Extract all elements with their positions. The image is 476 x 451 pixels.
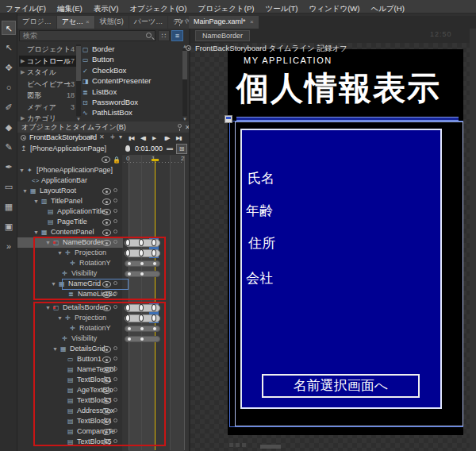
timeline-zoom-fit-icon[interactable]: ⊞ bbox=[176, 144, 187, 154]
category-メディア[interactable]: メディア3 bbox=[19, 102, 76, 114]
close-storyboard-icon[interactable]: ⊗ bbox=[89, 133, 94, 142]
lock-dot-icon[interactable] bbox=[113, 209, 117, 213]
tree-row-TitlePanel[interactable]: ▼▥TitlePanel bbox=[17, 196, 190, 206]
more-tools[interactable]: » bbox=[2, 239, 16, 253]
tree-row-PageTitle[interactable]: ▤PageTitle bbox=[17, 217, 190, 227]
menu-item-ツール(T)[interactable]: ツール(T) bbox=[259, 2, 303, 15]
category-スタイル[interactable]: ▶スタイル bbox=[19, 67, 76, 79]
lock-dot-icon[interactable] bbox=[113, 188, 117, 192]
asset-item-PathListBox[interactable]: ∿PathListBox bbox=[83, 107, 182, 118]
artboard-control[interactable] bbox=[236, 443, 240, 447]
field-label-年齢[interactable]: 年齢 bbox=[246, 202, 273, 220]
go-first-icon[interactable]: ▮◀ bbox=[129, 133, 134, 143]
menu-item-プロジェクト(P)[interactable]: プロジェクト(P) bbox=[192, 2, 259, 15]
go-last-icon[interactable]: ▶▮ bbox=[176, 133, 182, 143]
category-label: ビヘイビアー bbox=[27, 80, 71, 88]
tab-状態(S)[interactable]: 状態(S) bbox=[95, 16, 129, 29]
asset-item-Border[interactable]: ▢Border bbox=[83, 44, 182, 54]
grid-view-button[interactable]: ∷ bbox=[158, 30, 170, 41]
close-icon[interactable]: × bbox=[86, 18, 90, 25]
asset-item-PasswordBox[interactable]: ⊡PasswordBox bbox=[83, 97, 182, 107]
menu-item-ヘルプ(H)[interactable]: ヘルプ(H) bbox=[365, 2, 409, 15]
list-view-button[interactable]: ≡ bbox=[171, 30, 183, 41]
keyframe-egg-icon[interactable] bbox=[125, 145, 130, 152]
tree-row-PhoneApplicationPage[interactable]: ▼✦[PhoneApplicationPage] bbox=[17, 165, 190, 175]
scope-label[interactable]: [PhoneApplicationPage] bbox=[30, 144, 106, 154]
prev-frame-icon[interactable]: ◀▮ bbox=[140, 133, 146, 143]
artboard-control[interactable] bbox=[229, 443, 233, 447]
category-ビヘイビアー[interactable]: ビヘイビアー13 bbox=[19, 79, 76, 91]
asset-item-ContentPresenter[interactable]: ◨ContentPresenter bbox=[83, 75, 182, 86]
pan-tool[interactable]: ✥ bbox=[2, 60, 16, 75]
text-control-tool[interactable]: ▣ bbox=[2, 219, 16, 233]
expander-icon[interactable]: ▼ bbox=[19, 165, 25, 175]
playhead-handle[interactable] bbox=[152, 159, 159, 161]
tab-パーツ…[interactable]: パーツ… bbox=[129, 16, 167, 29]
page-title-text[interactable]: 個人情報表示 bbox=[236, 67, 463, 110]
element-adorner-icon[interactable] bbox=[225, 115, 232, 123]
breadcrumb-nameborder[interactable]: NameBorder bbox=[195, 30, 250, 41]
collapsed-detailsborder[interactable] bbox=[236, 117, 459, 121]
paint-bucket-tool[interactable]: ◆ bbox=[2, 120, 16, 134]
tree-row-ApplicationTitle[interactable]: ▤ApplicationTitle bbox=[17, 206, 190, 217]
field-label-氏名[interactable]: 氏名 bbox=[248, 169, 274, 187]
category-カテゴリ[interactable]: ▶カテゴリ bbox=[19, 113, 76, 121]
menu-item-編集(E)[interactable]: 編集(E) bbox=[52, 2, 88, 15]
direct-selection-tool[interactable]: ↖ bbox=[2, 40, 16, 55]
category-scrollbar[interactable] bbox=[76, 44, 81, 116]
panel-pin-icon[interactable] bbox=[178, 19, 182, 23]
play-icon[interactable]: ▶ bbox=[152, 133, 155, 143]
lock-dot-icon[interactable] bbox=[113, 219, 117, 223]
rectangle-tool[interactable]: ▭ bbox=[2, 179, 16, 194]
menu-item-ウィンドウ(W)[interactable]: ウィンドウ(W) bbox=[304, 2, 366, 15]
navigate-button[interactable]: 名前選択画面へ bbox=[262, 374, 420, 398]
visibility-eye-icon[interactable] bbox=[102, 188, 111, 195]
menu-item-オブジェクト(O)[interactable]: オブジェクト(O) bbox=[124, 2, 192, 15]
pin-icon[interactable] bbox=[178, 124, 182, 128]
visibility-eye-icon[interactable] bbox=[102, 219, 111, 226]
field-label-住所[interactable]: 住所 bbox=[248, 234, 275, 252]
app-title-text[interactable]: MY APPLICATION bbox=[244, 56, 332, 65]
pencil-tool[interactable]: ✎ bbox=[2, 140, 16, 154]
artboard-control[interactable] bbox=[242, 443, 246, 447]
asset-item-Button[interactable]: ▭Button bbox=[83, 54, 182, 64]
asset-item-CheckBox[interactable]: ✓CheckBox bbox=[83, 65, 182, 75]
horizontal-scrollbar-thumb[interactable] bbox=[260, 445, 281, 449]
category-図形[interactable]: 図形18 bbox=[19, 90, 76, 102]
tree-row-ApplicationBar[interactable]: <>ApplicationBar bbox=[17, 175, 190, 186]
lock-dot-icon[interactable] bbox=[113, 229, 117, 233]
visibility-eye-icon[interactable] bbox=[102, 199, 111, 205]
expander-icon[interactable]: ▼ bbox=[22, 186, 28, 196]
artboard-scrollbar[interactable] bbox=[470, 29, 476, 451]
category-コントロール[interactable]: ▶コントロール17 bbox=[19, 56, 76, 67]
new-storyboard-icon[interactable]: + bbox=[110, 133, 115, 142]
lock-dot-icon[interactable] bbox=[113, 199, 117, 202]
zoom-tool[interactable]: ○ bbox=[2, 80, 16, 94]
delete-storyboard-icon[interactable]: ✕ bbox=[99, 133, 105, 142]
tab-プロジ…[interactable]: プロジ… bbox=[17, 16, 56, 29]
expander-icon[interactable]: ▼ bbox=[33, 196, 39, 206]
field-label-会社[interactable]: 会社 bbox=[246, 269, 273, 287]
close-icon[interactable]: × bbox=[250, 18, 254, 25]
document-tab[interactable]: MainPage.xaml* × bbox=[189, 16, 259, 29]
eyedropper-tool[interactable]: ✐ bbox=[2, 100, 16, 114]
storyboard-name[interactable]: FrontBackStoryboard bbox=[29, 133, 97, 143]
search-input[interactable]: 検索 bbox=[19, 30, 155, 41]
tab-アセ…[interactable]: アセ…× bbox=[57, 16, 94, 29]
category-プロジェクト[interactable]: プロジェクト4 bbox=[19, 44, 76, 56]
storyboard-menu-icon[interactable]: ▾ bbox=[119, 133, 122, 142]
snap-icon[interactable]: ▬ bbox=[167, 144, 173, 153]
asset-item-ListBox[interactable]: ≣ListBox bbox=[83, 87, 182, 97]
next-frame-icon[interactable]: ▮▶ bbox=[164, 133, 170, 143]
visibility-eye-icon[interactable] bbox=[102, 209, 111, 215]
visibility-eye-icon[interactable] bbox=[102, 229, 111, 236]
scope-up-icon[interactable]: ↥ bbox=[21, 144, 27, 154]
playhead-time[interactable]: 0:01.000 bbox=[135, 144, 163, 154]
layout-grid-tool[interactable]: ▦ bbox=[2, 199, 16, 214]
asset-scrollbar[interactable] bbox=[182, 49, 187, 116]
menu-item-表示(V)[interactable]: 表示(V) bbox=[88, 2, 125, 15]
pen-tool[interactable]: ✒ bbox=[2, 160, 16, 174]
timeline-ruler[interactable] bbox=[124, 162, 187, 163]
selection-tool[interactable]: ↖ bbox=[2, 21, 16, 35]
tree-row-LayoutRoot[interactable]: ▼▦LayoutRoot bbox=[17, 186, 190, 196]
